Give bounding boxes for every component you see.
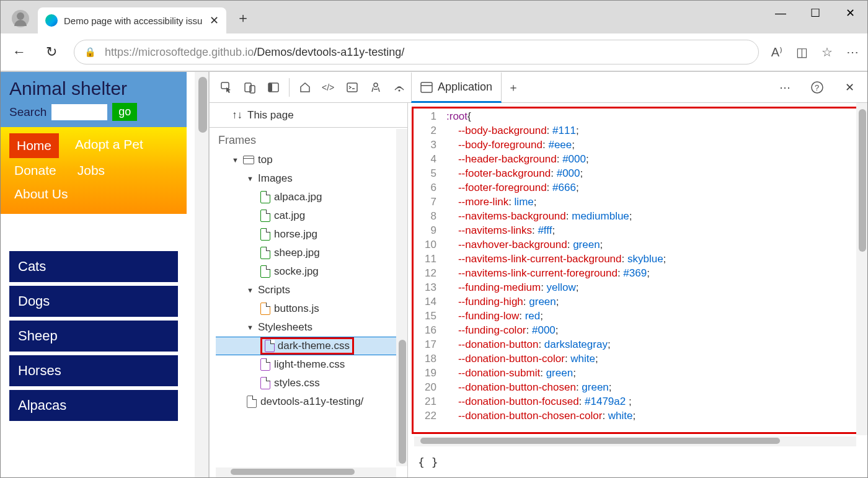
close-tab-icon[interactable]: ✕ bbox=[210, 14, 219, 27]
file-icon bbox=[260, 265, 270, 278]
nav-about[interactable]: About Us bbox=[9, 183, 73, 205]
file-icon bbox=[260, 358, 270, 371]
nav-adopt[interactable]: Adopt a Pet bbox=[70, 133, 148, 158]
page-scrollbar[interactable] bbox=[195, 72, 208, 477]
svg-rect-6 bbox=[347, 83, 357, 92]
code-content[interactable]: :root{ --body-background: #111; --body-f… bbox=[446, 109, 855, 423]
tree-hscrollbar[interactable] bbox=[216, 467, 396, 477]
more-tabs-button[interactable]: ＋ bbox=[502, 76, 525, 99]
nav-home[interactable]: Home bbox=[9, 133, 59, 158]
url-text: https://microsoftedge.github.io/Demos/de… bbox=[105, 46, 404, 59]
address-bar-row: ← ↻ 🔒 https://microsoftedge.github.io/De… bbox=[1, 33, 867, 72]
application-tab-label: Application bbox=[438, 81, 492, 94]
tree-file[interactable]: cat.jpg bbox=[216, 206, 407, 225]
minimize-button[interactable]: — bbox=[763, 1, 798, 25]
category-item[interactable]: Horses bbox=[9, 355, 178, 386]
frames-header: Frames bbox=[210, 128, 407, 151]
tab-title: Demo page with accessibility issu bbox=[64, 15, 202, 26]
code-scrollbar[interactable] bbox=[856, 103, 867, 435]
search-label: Search bbox=[9, 105, 46, 119]
file-icon bbox=[260, 303, 270, 315]
file-icon bbox=[260, 377, 270, 389]
network-tab-icon[interactable] bbox=[388, 76, 411, 99]
tree-file[interactable]: light-theme.css bbox=[216, 355, 407, 374]
sort-icon: ↑↓ bbox=[232, 109, 242, 122]
category-item[interactable]: Sheep bbox=[9, 321, 178, 352]
read-aloud-icon[interactable]: A⁾ bbox=[771, 45, 782, 60]
tree-file[interactable]: alpaca.jpg bbox=[216, 188, 407, 206]
category-item[interactable]: Cats bbox=[9, 251, 178, 282]
lock-icon: 🔒 bbox=[84, 46, 96, 58]
inspect-icon[interactable] bbox=[215, 76, 238, 99]
devtools-more-icon[interactable]: ⋯ bbox=[773, 76, 797, 99]
file-icon bbox=[260, 228, 270, 241]
nav-menu: Home Adopt a Pet Donate Jobs About Us bbox=[1, 133, 187, 205]
svg-rect-4 bbox=[268, 83, 272, 92]
new-tab-button[interactable]: ＋ bbox=[236, 9, 250, 27]
svg-rect-0 bbox=[221, 82, 229, 89]
browser-tab[interactable]: Demo page with accessibility issu ✕ bbox=[38, 7, 226, 33]
more-icon[interactable]: ⋯ bbox=[846, 45, 859, 60]
file-icon bbox=[265, 340, 275, 352]
tree-top[interactable]: ▼top bbox=[216, 151, 407, 169]
tree-file[interactable]: socke.jpg bbox=[216, 262, 407, 281]
category-item[interactable]: Dogs bbox=[9, 286, 178, 317]
file-icon bbox=[247, 396, 257, 408]
nav-donate[interactable]: Donate bbox=[9, 159, 61, 182]
tree-file[interactable]: horse.jpg bbox=[216, 225, 407, 244]
window-icon bbox=[420, 82, 433, 93]
elements-tab-icon[interactable]: </> bbox=[317, 76, 340, 99]
console-tab-icon[interactable] bbox=[340, 76, 364, 99]
frames-panel: ↑↓ This page Frames ▼top ▼Images alpaca.… bbox=[210, 103, 408, 477]
line-gutter: 12345678910111213141516171819202122 bbox=[418, 109, 436, 423]
svg-text:?: ? bbox=[815, 83, 819, 92]
tree-file[interactable]: styles.css bbox=[216, 374, 407, 392]
file-icon bbox=[260, 191, 270, 203]
dock-icon[interactable] bbox=[262, 76, 285, 99]
reader-icon[interactable]: ◫ bbox=[796, 45, 808, 60]
tree-scrollbar[interactable] bbox=[396, 129, 407, 466]
device-icon[interactable] bbox=[238, 76, 262, 99]
this-page-row[interactable]: ↑↓ This page bbox=[210, 103, 407, 128]
help-icon[interactable]: ? bbox=[805, 76, 829, 99]
close-window-button[interactable]: ✕ bbox=[833, 1, 867, 25]
titlebar: Demo page with accessibility issu ✕ ＋ — … bbox=[1, 1, 867, 33]
svg-point-7 bbox=[374, 83, 378, 87]
devtools-panel: </> Application ＋ ⋯ ? ✕ ↑↓ This page bbox=[208, 72, 867, 477]
profile-avatar[interactable] bbox=[12, 10, 29, 27]
file-icon bbox=[260, 210, 270, 222]
file-icon bbox=[260, 247, 270, 259]
welcome-tab-icon[interactable] bbox=[293, 76, 317, 99]
svg-point-8 bbox=[399, 89, 401, 91]
tree-stylesheets[interactable]: ▼Stylesheets bbox=[216, 318, 407, 337]
tree-scripts[interactable]: ▼Scripts bbox=[216, 281, 407, 299]
tree-root-file[interactable]: devtools-a11y-testing/ bbox=[216, 392, 407, 411]
nav-jobs[interactable]: Jobs bbox=[73, 159, 110, 182]
address-bar[interactable]: 🔒 https://microsoftedge.github.io/Demos/… bbox=[74, 40, 759, 64]
code-panel: 12345678910111213141516171819202122 :roo… bbox=[408, 103, 867, 477]
tree-file[interactable]: sheep.jpg bbox=[216, 244, 407, 262]
svg-rect-9 bbox=[421, 82, 432, 92]
sources-tab-icon[interactable] bbox=[364, 76, 388, 99]
page-preview: Animal shelter Search go Home Adopt a Pe… bbox=[1, 72, 208, 477]
page-title: Animal shelter bbox=[9, 78, 178, 99]
tree-file[interactable]: buttons.js bbox=[216, 299, 407, 318]
code-footer: { } bbox=[418, 456, 438, 469]
frame-icon bbox=[243, 156, 254, 164]
search-input[interactable] bbox=[51, 104, 107, 120]
tree-images[interactable]: ▼Images bbox=[216, 169, 407, 188]
application-tab[interactable]: Application bbox=[411, 72, 502, 103]
edge-icon bbox=[45, 14, 58, 27]
svg-text:</>: </> bbox=[322, 82, 334, 92]
go-button[interactable]: go bbox=[112, 103, 137, 121]
back-button[interactable]: ← bbox=[9, 44, 29, 60]
category-item[interactable]: Alpacas bbox=[9, 390, 178, 421]
devtools-toolbar: </> Application ＋ ⋯ ? ✕ bbox=[210, 72, 867, 103]
code-hscrollbar[interactable] bbox=[414, 436, 856, 446]
refresh-button[interactable]: ↻ bbox=[42, 44, 61, 60]
devtools-close-icon[interactable]: ✕ bbox=[838, 76, 861, 99]
favorite-icon[interactable]: ☆ bbox=[822, 45, 833, 60]
category-list: Cats Dogs Sheep Horses Alpacas bbox=[1, 251, 187, 421]
tree-file-selected[interactable]: dark-theme.css bbox=[216, 337, 407, 355]
maximize-button[interactable]: ☐ bbox=[798, 1, 833, 25]
